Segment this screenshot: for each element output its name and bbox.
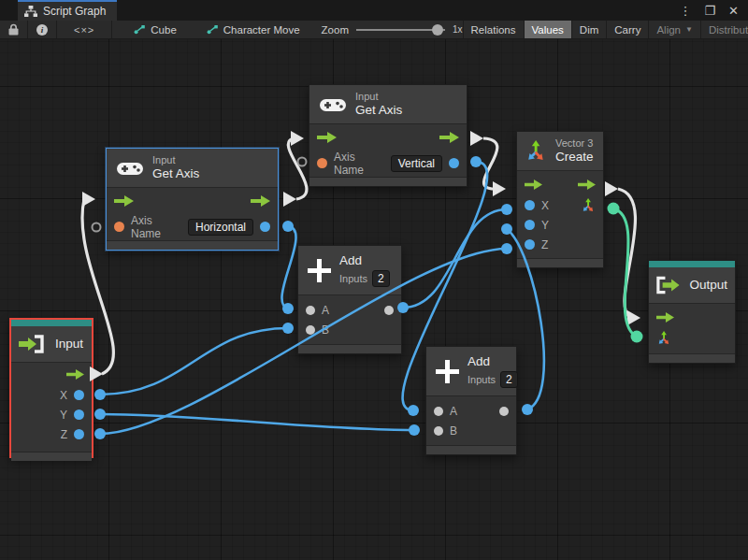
lock-button[interactable]: [0, 21, 28, 38]
vector3-in-port[interactable]: [656, 331, 671, 346]
graph-canvas[interactable]: Input Get Axis Axis Name Vertical: [0, 39, 748, 560]
wire-input-x-to-add1-b[interactable]: [100, 328, 288, 395]
node-title: Get Axis: [152, 166, 199, 181]
align-dropdown[interactable]: Align ▼: [648, 21, 700, 38]
b-in-port[interactable]: [306, 325, 315, 335]
a-in-port[interactable]: [434, 407, 443, 416]
code-icon: <×>: [74, 24, 94, 36]
connection-dot[interactable]: [408, 405, 419, 416]
values-button[interactable]: Values: [524, 21, 571, 38]
connection-dot[interactable]: [631, 331, 643, 343]
axis-name-field[interactable]: Horizontal: [188, 219, 253, 236]
connection-dot[interactable]: [501, 223, 512, 235]
connection-dot[interactable]: [282, 303, 294, 314]
tab-script-graph[interactable]: Script Graph: [18, 0, 117, 21]
y-in-port[interactable]: [525, 220, 535, 230]
wire-input-y-to-add2-b[interactable]: [100, 414, 414, 430]
z-in-port[interactable]: [525, 239, 535, 250]
axis-value-out-port[interactable]: [260, 222, 270, 232]
axis-name-port[interactable]: [317, 158, 327, 168]
gamepad-icon: [319, 95, 347, 114]
flow-in-port[interactable]: [525, 179, 542, 190]
breadcrumb-character-move[interactable]: Character Move: [198, 21, 309, 38]
kebab-menu-icon[interactable]: ⋮: [679, 4, 691, 18]
add-icon: [308, 259, 331, 282]
node-title: Add: [339, 253, 390, 268]
connection-dot[interactable]: [409, 424, 420, 436]
port-z-label: Z: [541, 238, 548, 251]
connection-dot[interactable]: [282, 221, 294, 232]
wire-add1-to-vector3-x[interactable]: [403, 209, 507, 308]
add-icon: [436, 360, 459, 383]
unconnected-port-ring[interactable]: [298, 158, 307, 166]
axis-name-port[interactable]: [114, 222, 124, 232]
flow-arrow: [291, 131, 304, 146]
port-y-label: Y: [541, 219, 549, 232]
relations-button[interactable]: Relations: [463, 21, 524, 38]
wire-flow-getaxis-horizontal-to-vertical[interactable]: [288, 138, 307, 199]
inputs-count-field[interactable]: 2: [372, 270, 390, 287]
relations-label: Relations: [471, 24, 516, 36]
wire-flow-getaxis-vertical-to-vector3[interactable]: [483, 138, 497, 189]
axis-value-out-port[interactable]: [449, 158, 459, 168]
connection-dot[interactable]: [501, 243, 512, 254]
node-output-event[interactable]: Output: [648, 260, 736, 364]
x-out-port[interactable]: [74, 390, 84, 400]
dim-button[interactable]: Dim: [571, 21, 606, 38]
a-in-port[interactable]: [306, 306, 315, 315]
inputs-label: Inputs: [339, 273, 367, 285]
carry-button[interactable]: Carry: [606, 21, 648, 38]
x-in-port[interactable]: [525, 200, 535, 210]
sum-out-port[interactable]: [499, 407, 509, 416]
b-in-port[interactable]: [434, 426, 443, 436]
connection-dot[interactable]: [608, 203, 620, 215]
variables-button[interactable]: <×>: [57, 21, 112, 38]
connection-dot[interactable]: [94, 389, 106, 400]
inputs-count-field[interactable]: 2: [500, 371, 518, 388]
connection-dot[interactable]: [282, 323, 294, 334]
axis-name-field[interactable]: Vertical: [391, 155, 442, 172]
vector3-out-port[interactable]: [581, 198, 596, 213]
node-vector3-create[interactable]: Vector 3 Create X Y: [516, 131, 604, 268]
breadcrumb-cube[interactable]: Cube: [125, 21, 185, 38]
tab-title: Script Graph: [43, 5, 106, 18]
output-event-icon: [656, 275, 681, 295]
connection-dot[interactable]: [501, 204, 512, 215]
node-add-1[interactable]: Add Inputs 2 A B: [297, 245, 402, 354]
flow-in-port[interactable]: [656, 312, 674, 323]
distribute-dropdown[interactable]: Distribute ▼: [700, 21, 748, 38]
flow-in-port[interactable]: [114, 195, 134, 207]
wire-flow-vector3-to-output[interactable]: [618, 189, 635, 317]
sum-out-port[interactable]: [384, 306, 394, 315]
flow-out-port[interactable]: [66, 369, 84, 380]
flow-out-port[interactable]: [439, 132, 459, 143]
zoom-slider-handle[interactable]: [432, 24, 443, 36]
node-category: Input: [355, 91, 402, 103]
node-get-axis-vertical[interactable]: Input Get Axis Axis Name Vertical: [309, 84, 468, 187]
flow-arrow: [493, 181, 506, 196]
zoom-slider[interactable]: [356, 29, 445, 31]
flow-in-port[interactable]: [317, 132, 337, 143]
maximize-icon[interactable]: ❐: [704, 4, 715, 18]
graph-hierarchy-icon: [24, 6, 37, 17]
wire-getaxis-horizontal-to-add1-a[interactable]: [281, 226, 295, 309]
flow-out-port[interactable]: [251, 195, 270, 207]
flow-out-port[interactable]: [578, 179, 596, 190]
node-input-event[interactable]: Input X Y Z: [9, 318, 94, 458]
tab-bar: Script Graph ⋮ ❐ ✕: [0, 0, 748, 21]
connection-dot[interactable]: [94, 428, 106, 439]
connection-dot[interactable]: [470, 156, 482, 167]
y-out-port[interactable]: [74, 409, 84, 420]
node-footer: [309, 177, 467, 186]
wire-vector3-to-output-value[interactable]: [613, 208, 637, 337]
z-out-port[interactable]: [74, 429, 84, 439]
connection-dot[interactable]: [522, 404, 533, 415]
connection-dot[interactable]: [94, 409, 106, 420]
unconnected-port-ring[interactable]: [93, 223, 101, 232]
breadcrumb-cube-label: Cube: [151, 24, 177, 36]
inspect-button[interactable]: i: [28, 21, 57, 38]
close-icon[interactable]: ✕: [728, 4, 739, 18]
node-get-axis-horizontal[interactable]: Input Get Axis Axis Name Horizontal: [106, 148, 279, 251]
node-add-2[interactable]: Add Inputs 2 A B: [425, 346, 517, 455]
axis-name-label: Axis Name: [334, 151, 384, 177]
